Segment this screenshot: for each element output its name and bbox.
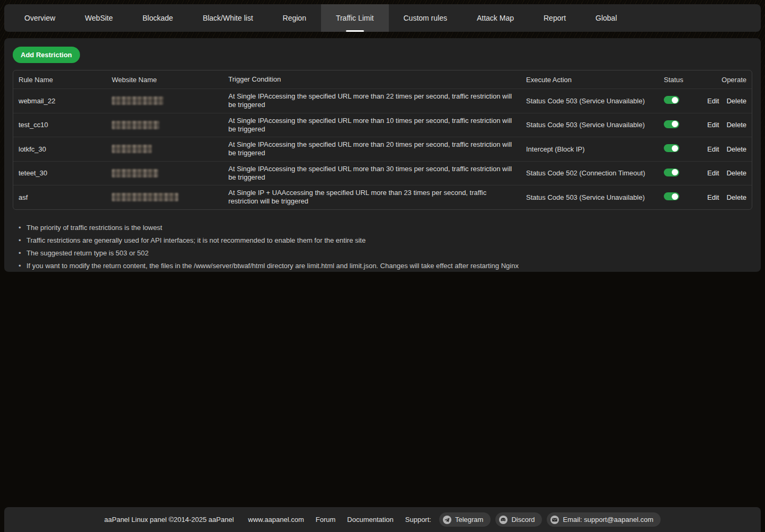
execute-action: Status Code 503 (Service Unavailable): [521, 190, 659, 205]
header-operate: Operate: [707, 73, 752, 87]
note-item: The suggested return type is 503 or 502: [17, 247, 519, 260]
telegram-label: Telegram: [455, 516, 483, 524]
edit-link[interactable]: Edit: [707, 193, 719, 201]
note-item: Traffic restrictions are generally used …: [17, 234, 519, 247]
table-header-row: Rule Name Website Name Trigger Condition…: [13, 70, 752, 88]
status-toggle[interactable]: [664, 169, 679, 176]
telegram-icon: [443, 516, 451, 524]
edit-link[interactable]: Edit: [707, 169, 719, 177]
rule-name: test_cc10: [13, 118, 106, 132]
edit-link[interactable]: Edit: [707, 97, 719, 105]
traffic-rules-table: Rule Name Website Name Trigger Condition…: [13, 70, 752, 210]
tab-custom-rules[interactable]: Custom rules: [389, 4, 462, 32]
note-item: If you want to modify the return content…: [17, 260, 519, 272]
status-toggle[interactable]: [664, 144, 679, 152]
table-row: test_cc10 At Single IPAccessing the spec…: [13, 113, 752, 137]
rule-name: teteet_30: [13, 166, 106, 180]
status-toggle[interactable]: [664, 96, 679, 104]
telegram-button[interactable]: Telegram: [439, 512, 491, 527]
rule-name: webmail_22: [13, 94, 106, 108]
tab-overview[interactable]: Overview: [10, 4, 70, 32]
trigger-condition: At Single IP + UAAccessing the specified…: [223, 185, 521, 209]
edit-link[interactable]: Edit: [707, 121, 719, 129]
trigger-condition: At Single IPAccessing the specified URL …: [223, 162, 521, 185]
delete-link[interactable]: Delete: [726, 193, 746, 201]
tab-traffic-limit[interactable]: Traffic Limit: [321, 4, 389, 32]
delete-link[interactable]: Delete: [726, 145, 746, 153]
footer-documentation-link[interactable]: Documentation: [347, 516, 393, 524]
tab-website[interactable]: WebSite: [70, 4, 128, 32]
execute-action: Status Code 503 (Service Unavailable): [521, 118, 659, 132]
delete-link[interactable]: Delete: [726, 169, 746, 177]
discord-icon: [499, 516, 508, 524]
website-name-redacted: [112, 145, 152, 153]
header-rule-name: Rule Name: [13, 73, 106, 87]
email-button[interactable]: Email: support@aapanel.com: [547, 512, 661, 527]
table-row: lotkfc_30 At Single IPAccessing the spec…: [13, 137, 752, 161]
table-row: teteet_30 At Single IPAccessing the spec…: [13, 161, 752, 185]
website-name-redacted: [112, 169, 158, 178]
rule-name: asf: [13, 190, 106, 205]
header-execute-action: Execute Action: [521, 73, 659, 87]
header-status: Status: [659, 73, 707, 87]
table-row: webmail_22 At Single IPAccessing the spe…: [13, 88, 752, 113]
footer-forum-link[interactable]: Forum: [316, 516, 336, 524]
trigger-condition: At Single IPAccessing the specified URL …: [223, 113, 521, 137]
tab-blockade[interactable]: Blockade: [128, 4, 188, 32]
tab-attack-map[interactable]: Attack Map: [462, 4, 529, 32]
table-row: asf At Single IP + UAAccessing the speci…: [13, 185, 752, 209]
discord-label: Discord: [511, 516, 535, 524]
discord-button[interactable]: Discord: [495, 512, 542, 527]
footer-website-link[interactable]: www.aapanel.com: [248, 516, 304, 524]
footer-copyright: aaPanel Linux panel ©2014-2025 aaPanel: [104, 516, 234, 524]
rule-name: lotkfc_30: [13, 142, 106, 156]
tab-global[interactable]: Global: [581, 4, 631, 32]
header-website-name: Website Name: [106, 73, 223, 87]
execute-action: Status Code 502 (Connection Timeout): [521, 166, 659, 180]
website-name-redacted: [112, 121, 159, 129]
execute-action: Intercept (Block IP): [521, 142, 659, 156]
delete-link[interactable]: Delete: [726, 97, 746, 105]
email-icon: [550, 516, 559, 524]
edit-link[interactable]: Edit: [707, 145, 719, 153]
trigger-condition: At Single IPAccessing the specified URL …: [223, 89, 521, 113]
execute-action: Status Code 503 (Service Unavailable): [521, 94, 659, 108]
trigger-condition: At Single IPAccessing the specified URL …: [223, 137, 521, 161]
status-toggle[interactable]: [664, 192, 679, 200]
tab-report[interactable]: Report: [529, 4, 581, 32]
email-label: Email: support@aapanel.com: [563, 516, 653, 524]
header-trigger-condition: Trigger Condition: [223, 72, 521, 87]
add-restriction-button[interactable]: Add Restriction: [13, 47, 80, 63]
footer-bar: aaPanel Linux panel ©2014-2025 aaPanel w…: [4, 507, 761, 532]
traffic-limit-panel: Add Restriction Rule Name Website Name T…: [4, 38, 761, 272]
top-nav: Overview WebSite Blockade Black/White li…: [4, 4, 761, 32]
status-toggle[interactable]: [664, 120, 679, 128]
tab-region[interactable]: Region: [268, 4, 321, 32]
footer-support-label: Support:: [405, 516, 431, 524]
notes-list: The priority of traffic restrictions is …: [17, 221, 519, 272]
website-name-redacted: [112, 96, 164, 105]
tab-black-white-list[interactable]: Black/White list: [188, 4, 268, 32]
delete-link[interactable]: Delete: [726, 121, 746, 129]
website-name-redacted: [112, 193, 179, 201]
note-item: The priority of traffic restrictions is …: [17, 221, 519, 234]
